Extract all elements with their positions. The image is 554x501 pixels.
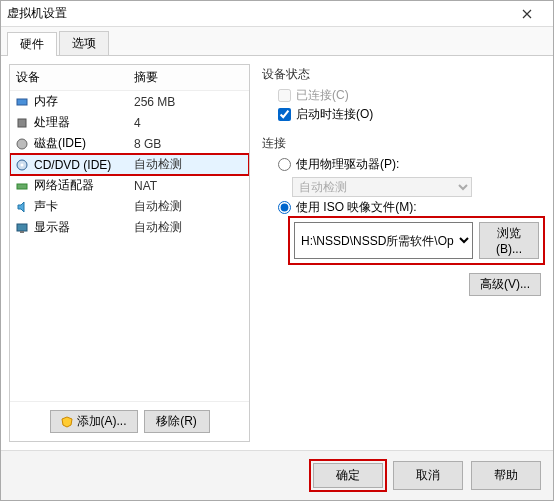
cd-icon bbox=[14, 157, 30, 173]
use-physical-radio[interactable] bbox=[278, 158, 291, 171]
disk-icon bbox=[14, 136, 30, 152]
settings-panel: 设备状态 已连接(C) 启动时连接(O) 连接 使用物理驱动器(P): 自动检测 bbox=[258, 64, 545, 442]
hw-row-cddvd[interactable]: CD/DVD (IDE) 自动检测 bbox=[10, 154, 249, 175]
col-device: 设备 bbox=[16, 69, 134, 86]
connected-checkbox-row[interactable]: 已连接(C) bbox=[278, 87, 541, 104]
remove-hardware-button[interactable]: 移除(R) bbox=[144, 410, 210, 433]
cpu-icon bbox=[14, 115, 30, 131]
connection-group: 连接 使用物理驱动器(P): 自动检测 使用 ISO 映像文件(M): H:\N… bbox=[262, 135, 541, 296]
use-physical-row[interactable]: 使用物理驱动器(P): bbox=[278, 156, 541, 173]
tab-hardware[interactable]: 硬件 bbox=[7, 32, 57, 56]
hw-row-cpu[interactable]: 处理器 4 bbox=[10, 112, 249, 133]
tab-options[interactable]: 选项 bbox=[59, 31, 109, 55]
iso-path-row: H:\NSSD\NSSD所需软件\Op 浏览(B)... bbox=[292, 220, 541, 261]
hw-row-network[interactable]: 网络适配器 NAT bbox=[10, 175, 249, 196]
help-button[interactable]: 帮助 bbox=[471, 461, 541, 490]
titlebar: 虚拟机设置 bbox=[1, 1, 553, 27]
close-button[interactable] bbox=[507, 4, 547, 24]
network-icon bbox=[14, 178, 30, 194]
hw-row-memory[interactable]: 内存 256 MB bbox=[10, 91, 249, 112]
use-iso-radio[interactable] bbox=[278, 201, 291, 214]
hardware-panel: 设备 摘要 内存 256 MB 处理器 4 磁盘(IDE) 8 GB CD/DV… bbox=[9, 64, 250, 442]
physical-drive-select-wrap: 自动检测 bbox=[292, 177, 541, 197]
display-icon bbox=[14, 220, 30, 236]
hardware-list: 内存 256 MB 处理器 4 磁盘(IDE) 8 GB CD/DVD (IDE… bbox=[10, 91, 249, 401]
status-title: 设备状态 bbox=[262, 66, 541, 83]
svg-point-2 bbox=[17, 139, 27, 149]
close-icon bbox=[522, 9, 532, 19]
window-title: 虚拟机设置 bbox=[7, 5, 507, 22]
hw-row-display[interactable]: 显示器 自动检测 bbox=[10, 217, 249, 238]
ok-button[interactable]: 确定 bbox=[313, 463, 383, 488]
content-area: 设备 摘要 内存 256 MB 处理器 4 磁盘(IDE) 8 GB CD/DV… bbox=[1, 56, 553, 450]
svg-rect-7 bbox=[20, 231, 24, 233]
ok-highlight: 确定 bbox=[311, 461, 385, 490]
svg-rect-5 bbox=[17, 184, 27, 189]
memory-icon bbox=[14, 94, 30, 110]
svg-rect-1 bbox=[18, 119, 26, 127]
svg-rect-6 bbox=[17, 224, 27, 231]
connect-on-start-row[interactable]: 启动时连接(O) bbox=[278, 106, 541, 123]
physical-drive-select: 自动检测 bbox=[292, 177, 472, 197]
use-iso-row[interactable]: 使用 ISO 映像文件(M): bbox=[278, 199, 541, 216]
svg-rect-0 bbox=[17, 99, 27, 105]
sound-icon bbox=[14, 199, 30, 215]
connection-title: 连接 bbox=[262, 135, 541, 152]
hardware-header: 设备 摘要 bbox=[10, 65, 249, 91]
shield-icon bbox=[61, 416, 73, 428]
hw-row-sound[interactable]: 声卡 自动检测 bbox=[10, 196, 249, 217]
advanced-row: 高级(V)... bbox=[262, 273, 541, 296]
iso-path-select[interactable]: H:\NSSD\NSSD所需软件\Op bbox=[294, 222, 473, 259]
device-status-group: 设备状态 已连接(C) 启动时连接(O) bbox=[262, 66, 541, 125]
svg-point-4 bbox=[21, 163, 24, 166]
dialog-footer: 确定 取消 帮助 bbox=[1, 450, 553, 500]
connect-on-start-checkbox[interactable] bbox=[278, 108, 291, 121]
hardware-buttons: 添加(A)... 移除(R) bbox=[10, 401, 249, 441]
advanced-button[interactable]: 高级(V)... bbox=[469, 273, 541, 296]
cancel-button[interactable]: 取消 bbox=[393, 461, 463, 490]
browse-button[interactable]: 浏览(B)... bbox=[479, 222, 539, 259]
connected-checkbox bbox=[278, 89, 291, 102]
tab-bar: 硬件 选项 bbox=[1, 27, 553, 56]
col-summary: 摘要 bbox=[134, 69, 158, 86]
add-hardware-button[interactable]: 添加(A)... bbox=[50, 410, 138, 433]
hw-row-disk[interactable]: 磁盘(IDE) 8 GB bbox=[10, 133, 249, 154]
